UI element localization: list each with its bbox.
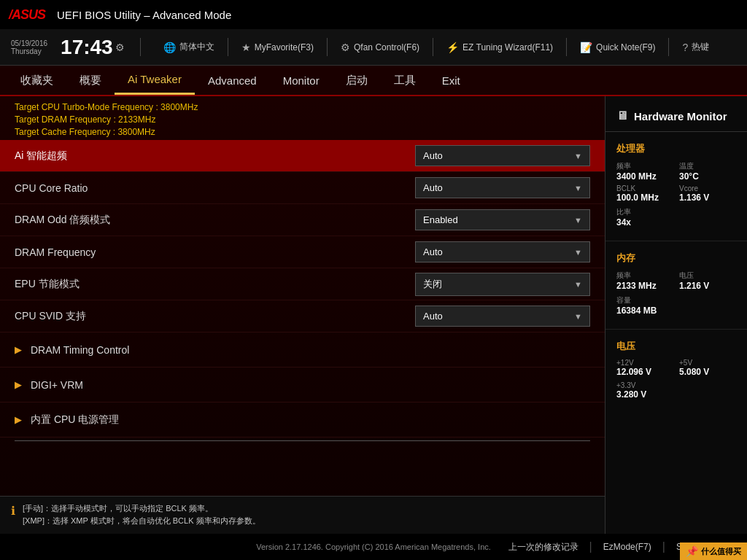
toolbar-language-label: 简体中文	[179, 41, 214, 53]
nav-monitor[interactable]: Monitor	[270, 66, 333, 95]
dropdown-arrow-icon-6: ▼	[574, 312, 582, 321]
setting-dram-odd[interactable]: DRAM Odd 倍频模式 Enabled ▼	[0, 204, 605, 236]
setting-ai-overclock-value: Auto	[423, 150, 443, 161]
date-line1: 05/19/2016	[11, 39, 47, 47]
nav-overview[interactable]: 概要	[66, 66, 115, 95]
sidebar-title-text: Hardware Monitor	[634, 110, 727, 122]
setting-ai-overclock[interactable]: Ai 智能超频 Auto ▼	[0, 140, 605, 172]
setting-dram-freq[interactable]: DRAM Frequency Auto ▼	[0, 236, 605, 268]
status-separator-2: |	[662, 540, 665, 553]
expandable-dram-timing[interactable]: ▶ DRAM Timing Control	[0, 332, 605, 368]
lightning-icon: ⚡	[446, 42, 459, 53]
hw-cpu-freq-value: 3400 MHz	[616, 171, 673, 182]
settings-gear-icon[interactable]: ⚙	[115, 42, 125, 53]
toolbar-separator-6	[668, 38, 669, 56]
setting-dram-odd-label: DRAM Odd 倍频模式	[15, 214, 415, 227]
setting-cpu-svid-value: Auto	[423, 311, 443, 322]
nav-tools[interactable]: 工具	[381, 66, 429, 95]
toolbar-ez-tuning[interactable]: ⚡ EZ Tuning Wizard(F11)	[446, 42, 553, 53]
info-line-3: Target Cache Frequency : 3800MHz	[15, 127, 590, 137]
setting-dram-freq-label: DRAM Frequency	[15, 246, 415, 258]
hw-mem-freq-value: 2133 MHz	[616, 281, 673, 291]
hw-vcore: Vcore 1.136 V	[679, 184, 736, 203]
setting-ai-overclock-dropdown[interactable]: Auto ▼	[415, 145, 590, 166]
setting-cpu-core-ratio-dropdown[interactable]: Auto ▼	[415, 177, 590, 198]
setting-epu-dropdown[interactable]: 关闭 ▼	[415, 273, 590, 296]
dropdown-arrow-icon-3: ▼	[574, 216, 582, 225]
hw-5v: +5V 5.080 V	[679, 359, 736, 377]
toolbar-hotkey[interactable]: ? 热键	[682, 41, 709, 53]
toolbar-hotkey-label: 热键	[692, 41, 709, 53]
expandable-digi-vrm[interactable]: ▶ DIGI+ VRM	[0, 368, 605, 402]
bottom-bar: Version 2.17.1246. Copyright (C) 2016 Am…	[0, 534, 747, 560]
nav-boot[interactable]: 启动	[333, 66, 381, 95]
hw-vcore-label: Vcore	[679, 184, 736, 192]
hw-cpu-temp-value: 30°C	[679, 171, 736, 182]
hw-12v-value: 12.096 V	[616, 367, 673, 377]
setting-dram-odd-dropdown[interactable]: Enabled ▼	[415, 209, 590, 230]
hw-bclk-label: BCLK	[616, 184, 673, 192]
monitor-icon: 🖥	[616, 109, 628, 122]
hw-cpu-temp: 温度 30°C	[679, 161, 736, 182]
hw-volt-grid: +12V 12.096 V +5V 5.080 V	[616, 359, 736, 377]
toolbar-favorite-label: MyFavorite(F3)	[255, 42, 314, 52]
toolbar-separator-1	[140, 38, 141, 56]
hw-33v: +3.3V 3.280 V	[616, 381, 736, 400]
hw-mem-title: 内存	[616, 252, 736, 265]
hw-volt-title: 电压	[616, 340, 736, 353]
hw-ratio: 比率 34x	[616, 207, 736, 228]
toolbar-quick-note[interactable]: 📝 Quick Note(F9)	[580, 42, 655, 53]
hw-5v-label: +5V	[679, 359, 736, 367]
nav-menu: 收藏夹 概要 Ai Tweaker Advanced Monitor 启动 工具…	[0, 66, 747, 96]
nav-ai-tweaker[interactable]: Ai Tweaker	[115, 66, 195, 95]
expandable-cpu-power[interactable]: ▶ 内置 CPU 电源管理	[0, 402, 605, 438]
nav-exit[interactable]: Exit	[429, 66, 473, 95]
setting-epu-label: EPU 节能模式	[15, 278, 415, 291]
toolbar-favorite[interactable]: ★ MyFavorite(F3)	[241, 42, 314, 53]
hw-mem-section: 内存 频率 2133 MHz 电压 1.216 V 容量 16384 MB	[605, 247, 747, 323]
info-line-2: Target DRAM Frequency : 2133MHz	[15, 114, 590, 125]
expandable-dram-timing-label: DRAM Timing Control	[31, 344, 129, 356]
hw-cpu-freq: 频率 3400 MHz	[616, 161, 673, 182]
hw-divider-2	[605, 329, 747, 330]
nav-advanced[interactable]: Advanced	[195, 66, 270, 95]
setting-epu[interactable]: EPU 节能模式 关闭 ▼	[0, 268, 605, 300]
toolbar-items: 🌐 简体中文 ★ MyFavorite(F3) ⚙ Qfan Control(F…	[163, 38, 710, 56]
setting-cpu-svid-dropdown[interactable]: Auto ▼	[415, 306, 590, 327]
hw-vcore-value: 1.136 V	[679, 192, 736, 203]
hw-33v-value: 3.280 V	[616, 389, 736, 400]
language-icon: 🌐	[163, 42, 176, 53]
hw-mem-voltage-value: 1.216 V	[679, 281, 736, 291]
sidebar: 🖥 Hardware Monitor 处理器 频率 3400 MHz 温度 30…	[605, 96, 747, 534]
toolbar-ez-tuning-label: EZ Tuning Wizard(F11)	[462, 42, 553, 52]
hw-divider-1	[605, 241, 747, 241]
time-section: 05/19/2016 Thursday	[11, 39, 47, 55]
info-line-1: Target CPU Turbo-Mode Frequency : 3800MH…	[15, 102, 590, 112]
hw-mem-freq: 频率 2133 MHz	[616, 271, 673, 291]
main-layout: Target CPU Turbo-Mode Frequency : 3800MH…	[0, 96, 747, 534]
setting-cpu-core-ratio[interactable]: CPU Core Ratio Auto ▼	[0, 172, 605, 204]
time-bar: 05/19/2016 Thursday 17:43 ⚙ 🌐 简体中文 ★ MyF…	[0, 29, 747, 66]
status-ez-mode[interactable]: EzMode(F7)	[603, 542, 651, 552]
hw-capacity-label: 容量	[616, 295, 736, 306]
nav-favorites[interactable]: 收藏夹	[7, 66, 66, 95]
setting-dram-freq-dropdown[interactable]: Auto ▼	[415, 241, 590, 262]
expand-arrow-icon-2: ▶	[15, 379, 22, 390]
help-bar: ℹ [手动]：选择手动模式时，可以手动指定 BCLK 频率。 [XMP]：选择 …	[0, 496, 605, 534]
hw-cpu-freq-label: 频率	[616, 161, 673, 171]
note-icon: 📝	[580, 42, 592, 53]
date-line2: Thursday	[11, 47, 42, 55]
help-line-1: [手动]：选择手动模式时，可以手动指定 BCLK 频率。	[23, 502, 260, 516]
divider	[15, 440, 590, 441]
expandable-cpu-power-label: 内置 CPU 电源管理	[31, 413, 119, 427]
hw-mem-voltage-label: 电压	[679, 271, 736, 281]
brand-badge: 📌 什么值得买	[680, 542, 747, 560]
toolbar-qfan[interactable]: ⚙ Qfan Control(F6)	[341, 42, 419, 53]
status-last-change[interactable]: 上一次的修改记录	[508, 541, 578, 553]
hw-bclk-value: 100.0 MHz	[616, 192, 673, 203]
status-separator: |	[589, 540, 592, 553]
toolbar-language[interactable]: 🌐 简体中文	[163, 41, 214, 53]
toolbar-separator-2	[228, 38, 228, 56]
setting-cpu-svid-label: CPU SVID 支持	[15, 310, 415, 323]
setting-cpu-svid[interactable]: CPU SVID 支持 Auto ▼	[0, 300, 605, 332]
